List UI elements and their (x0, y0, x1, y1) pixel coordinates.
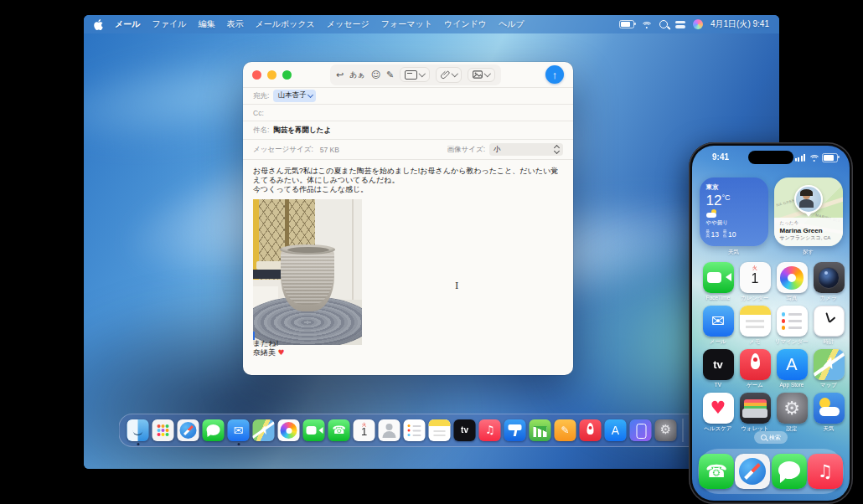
send-button[interactable]: ↑ (545, 65, 564, 84)
dock-system-settings[interactable] (655, 419, 677, 441)
dock-app-store[interactable] (605, 419, 627, 441)
mail-icon (228, 419, 250, 441)
dock-keynote[interactable] (504, 419, 526, 441)
closing-line: またね! (253, 339, 563, 348)
recipient-token[interactable]: 山本杏子 (273, 90, 316, 102)
siri-icon[interactable] (693, 19, 703, 29)
attachment-pottery-photo[interactable] (253, 199, 362, 345)
cc-field[interactable]: Cc: (243, 104, 573, 121)
app-camera[interactable]: カメラ (810, 262, 847, 302)
menu-bar-clock[interactable]: 4月1日(火) 9:41 (711, 18, 769, 30)
dock-photos[interactable] (278, 419, 300, 441)
minimize-button[interactable] (267, 70, 276, 80)
dock-calendar[interactable] (354, 419, 375, 441)
menu-edit[interactable]: 編集 (198, 18, 214, 30)
battery-icon[interactable] (619, 20, 634, 28)
home-screen-apps: FaceTime 火1カレンダー 写真 カメラ メール メモ リマインダー 時計… (692, 262, 850, 433)
messages-icon (203, 419, 225, 441)
app-settings[interactable]: 設定 (773, 393, 810, 433)
dock-notes[interactable] (429, 419, 451, 441)
dock-contacts[interactable] (379, 419, 400, 441)
settings-icon (655, 419, 677, 441)
app-health[interactable]: ヘルスケア (700, 393, 736, 433)
app-app-store[interactable]: AApp Store (773, 349, 810, 389)
menu-mailbox[interactable]: メールボックス (255, 18, 314, 30)
dock-numbers[interactable] (530, 419, 551, 441)
facetime-icon (703, 262, 734, 293)
weather-widget[interactable]: 東京 12°C やや曇り 最高13 最低10 (700, 177, 768, 246)
dock-reminders[interactable] (404, 419, 426, 441)
spotlight-search-pill[interactable]: 検索 (754, 431, 788, 444)
message-size-row: メッセージサイズ: 57 KB 画像サイズ: 小 (243, 139, 573, 159)
app-maps[interactable]: マップ (810, 349, 847, 389)
safari-icon[interactable] (735, 454, 770, 489)
dock-safari[interactable] (178, 419, 199, 441)
markup-icon[interactable]: ✎ (386, 70, 394, 80)
dock-launchpad[interactable] (152, 419, 174, 441)
menu-file[interactable]: ファイル (152, 18, 186, 30)
format-text-button[interactable]: あぁ (349, 69, 364, 80)
photo-browser-button[interactable] (468, 68, 495, 82)
wifi-icon[interactable] (642, 20, 652, 28)
iphone: 9:41 東京 12°C やや曇り 最高13 最低10 NA (689, 142, 853, 504)
emoji-icon[interactable]: ☺ (371, 70, 380, 80)
dock-finder[interactable] (127, 419, 149, 441)
dock-iphone-mirroring[interactable] (630, 419, 652, 441)
image-size-dropdown[interactable]: 小 (489, 143, 563, 156)
calendar-icon (354, 419, 375, 441)
subject-value: 陶芸を再開したよ (273, 126, 331, 136)
search-icon[interactable] (659, 20, 668, 28)
menu-window[interactable]: ウインドウ (444, 18, 487, 30)
messages-icon[interactable] (772, 454, 807, 489)
menu-message[interactable]: メッセージ (327, 18, 369, 30)
app-notes[interactable]: メモ (736, 306, 773, 346)
menu-bar: メール ファイル 編集 表示 メールボックス メッセージ フォーマット ウインド… (84, 15, 779, 33)
dock-apple-tv[interactable] (454, 419, 476, 441)
dock-phone[interactable] (328, 419, 350, 441)
compose-toolbar: ↩ あぁ ☺ ✎ ↑ (243, 62, 573, 87)
phone-icon[interactable] (699, 454, 734, 489)
attach-button[interactable] (436, 67, 463, 83)
app-facetime[interactable]: FaceTime (700, 262, 736, 302)
app-weather[interactable]: 天気 (810, 393, 847, 433)
dock-pages[interactable] (555, 419, 576, 441)
app-mail[interactable]: メール (700, 306, 736, 346)
maps-icon (253, 419, 275, 441)
control-center-icon[interactable] (675, 21, 685, 28)
app-tv[interactable]: tvTV (700, 349, 736, 389)
zoom-button[interactable] (282, 70, 292, 80)
to-field[interactable]: 宛先: 山本杏子 (243, 87, 573, 104)
close-button[interactable] (252, 70, 261, 80)
menu-app-name[interactable]: メール (115, 18, 140, 30)
chevron-down-icon (484, 70, 491, 77)
dock-arcade[interactable] (580, 419, 602, 441)
app-games[interactable]: ゲーム (736, 349, 773, 389)
message-body[interactable]: お母さん元気?私はこの夏また陶芸を始めました!お母さんから教わったこと、だいたい… (243, 159, 573, 345)
apple-menu-icon[interactable] (94, 19, 103, 30)
app-reminders[interactable]: リマインダー (773, 306, 810, 346)
menu-help[interactable]: ヘルプ (499, 18, 525, 30)
app-calendar[interactable]: 火1カレンダー (736, 262, 773, 302)
app-clock[interactable]: 時計 (810, 306, 847, 346)
music-icon[interactable] (808, 454, 843, 489)
app-wallet[interactable]: ウォレット (736, 393, 773, 433)
header-fields-button[interactable] (400, 67, 430, 82)
window-controls[interactable] (252, 70, 292, 80)
iphone-clock: 9:41 (712, 152, 729, 162)
menu-format[interactable]: フォーマット (381, 18, 432, 30)
dock-messages[interactable] (203, 419, 225, 441)
apple-tv-icon: tv (703, 349, 734, 380)
app-photos[interactable]: 写真 (773, 262, 810, 302)
weather-city: 東京 (706, 183, 762, 192)
phone-icon (328, 419, 350, 441)
weather-widget-caption: 天気 (700, 249, 768, 256)
dock-facetime[interactable] (303, 419, 325, 441)
dock-music[interactable] (479, 419, 501, 441)
dock-mail[interactable] (228, 419, 250, 441)
dock-maps[interactable] (253, 419, 275, 441)
undo-icon[interactable]: ↩ (336, 70, 344, 80)
paperclip-icon (441, 69, 450, 80)
subject-field[interactable]: 件名: 陶芸を再開したよ (243, 121, 573, 139)
findmy-widget[interactable]: NA GREEN DR MARINA BLV たった今 Marina Green… (774, 177, 843, 246)
menu-view[interactable]: 表示 (226, 18, 243, 30)
